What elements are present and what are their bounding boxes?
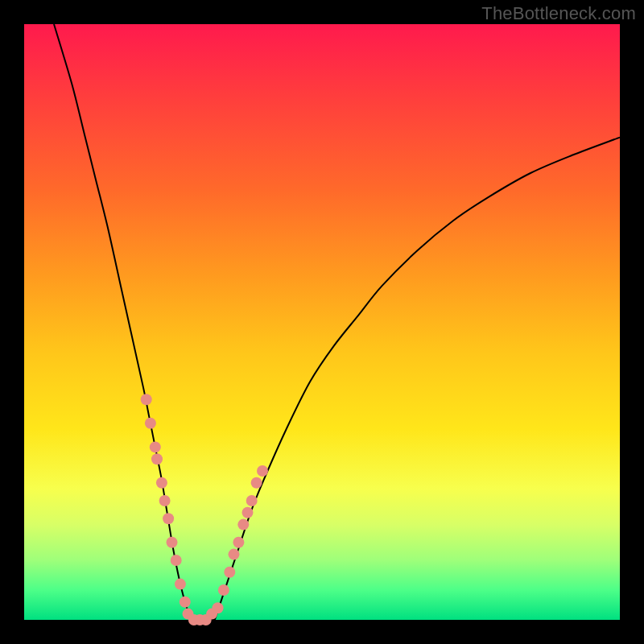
data-point xyxy=(180,597,191,608)
data-point xyxy=(167,537,178,548)
data-point xyxy=(224,567,235,578)
data-point xyxy=(156,477,167,489)
data-point xyxy=(175,579,186,590)
data-point xyxy=(163,513,174,524)
data-point xyxy=(251,477,262,489)
data-point xyxy=(246,495,258,506)
data-point xyxy=(257,465,268,477)
data-point xyxy=(150,441,161,452)
chart-plot-area xyxy=(24,24,620,620)
data-point xyxy=(213,602,224,613)
data-point xyxy=(145,418,156,429)
watermark-text: TheBottleneck.com xyxy=(481,3,636,24)
data-point xyxy=(233,537,244,548)
data-point xyxy=(242,507,254,518)
data-point xyxy=(141,394,152,405)
curve-group xyxy=(54,24,620,622)
data-point xyxy=(171,555,182,566)
bottleneck-curve-svg xyxy=(24,24,620,620)
data-point xyxy=(237,519,249,530)
data-point xyxy=(159,495,171,506)
data-point xyxy=(151,453,163,464)
data-point xyxy=(218,584,229,596)
dots-group xyxy=(141,394,268,625)
data-point xyxy=(229,549,240,560)
bottleneck-curve xyxy=(54,24,620,622)
